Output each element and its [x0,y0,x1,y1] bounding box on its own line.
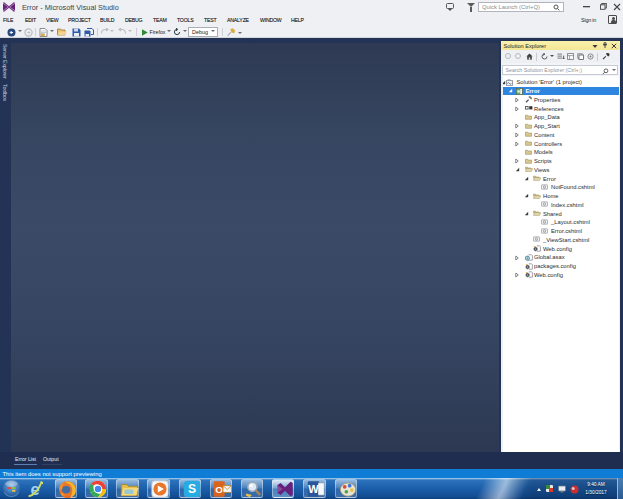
svg-text:W: W [308,483,319,495]
svg-text:O: O [215,483,223,494]
svg-text:S: S [187,482,195,496]
